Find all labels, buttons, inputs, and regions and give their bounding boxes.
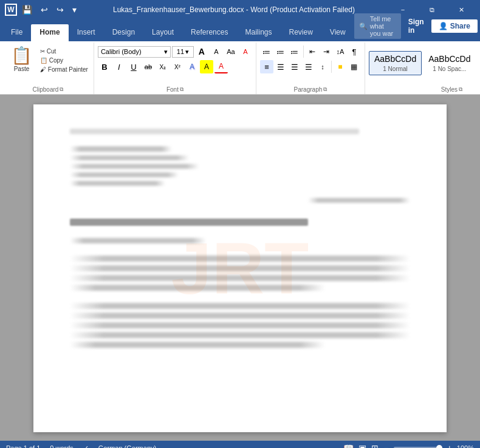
font-controls: Calibri (Body) ▾ 11 ▾ A A Aa A B I U [98, 45, 252, 73]
styles-content: AaBbCcDd 1 Normal AaBbCcDd 1 No Spac... … [369, 45, 480, 85]
grow-font-button[interactable]: A [195, 45, 208, 58]
undo-button[interactable]: ↩ [38, 4, 50, 16]
bold-button[interactable]: B [98, 60, 111, 73]
tab-insert[interactable]: Insert [69, 24, 104, 41]
subscript-button[interactable]: X₂ [156, 60, 170, 73]
sort-button[interactable]: ↕A [334, 45, 347, 58]
font-size-dropdown[interactable]: ▾ [185, 48, 189, 56]
font-name: Calibri (Body) [101, 48, 142, 55]
ribbon-right-controls: 🔍 Tell me what you war Sign in 👤 Share [354, 13, 478, 41]
indent-increase-button[interactable]: ⇥ [320, 45, 333, 58]
font-label: Font ⧉ [98, 85, 252, 93]
paste-button[interactable]: 📋 Paste [6, 45, 37, 75]
date-section [70, 198, 410, 206]
strikethrough-button[interactable]: ab [142, 60, 155, 73]
body-section-1 [70, 256, 410, 291]
superscript-button[interactable]: X² [171, 60, 184, 73]
tab-review[interactable]: Review [280, 24, 321, 41]
body-1-1 [70, 256, 410, 262]
copy-button[interactable]: 📋 Copy [38, 56, 90, 64]
style-normal[interactable]: AaBbCcDd 1 Normal [369, 51, 422, 75]
sender-line-1 [70, 146, 172, 152]
style-heading1[interactable]: AaBbCc Heading 1 [477, 51, 480, 75]
numbering-button[interactable]: ≔ [274, 45, 287, 58]
word-icon: W [5, 4, 17, 16]
style-normal-label: 1 Normal [383, 66, 408, 72]
document-page[interactable]: JRT [33, 104, 447, 432]
clipboard-group: 📋 Paste ✂ Cut 📋 Copy 🖌 Format Painter Cl… [2, 42, 94, 94]
bullets-button[interactable]: ≔ [260, 45, 273, 58]
subject-section [70, 219, 410, 226]
sender-section [70, 146, 410, 186]
paste-label: Paste [14, 66, 30, 72]
zoom-minus-button[interactable]: − [383, 443, 388, 448]
text-effects-button[interactable]: A [185, 60, 199, 73]
show-marks-button[interactable]: ¶ [348, 45, 361, 58]
paragraph-expand-icon[interactable]: ⧉ [323, 86, 327, 93]
paragraph-content: ≔ ≔ ≔ ⇤ ⇥ ↕A ¶ ≡ ☰ ☰ ☰ ↕ ■ ▦ [260, 45, 361, 85]
paste-icon: 📋 [11, 47, 32, 64]
separator2 [331, 61, 332, 73]
shrink-font-button[interactable]: A [210, 45, 223, 58]
shading-button[interactable]: ■ [334, 60, 347, 73]
print-view-button[interactable]: ▣ [358, 443, 366, 448]
font-size-box[interactable]: 11 ▾ [172, 46, 194, 58]
cut-button[interactable]: ✂ Cut [38, 47, 90, 55]
font-name-dropdown[interactable]: ▾ [164, 48, 168, 56]
window-title: Lukas_Frankenhauser_Bewerbung.docx - Wor… [79, 5, 389, 14]
font-color-button[interactable]: A [214, 60, 228, 73]
clear-format-button[interactable]: A [239, 45, 252, 58]
format-painter-button[interactable]: 🖌 Format Painter [38, 66, 90, 73]
justify-button[interactable]: ☰ [302, 60, 315, 73]
style-no-spacing[interactable]: AaBbCcDd 1 No Spac... [423, 51, 476, 75]
web-view-button[interactable]: ⊞ [371, 443, 379, 448]
separator [303, 46, 304, 58]
status-bar: Page 1 of 1 0 words ✓ German (Germany) 📖… [0, 441, 480, 448]
search-box[interactable]: 🔍 Tell me what you war [354, 13, 401, 39]
body-1-2 [70, 265, 410, 271]
body-2-2 [70, 313, 410, 319]
clipboard-label: Clipboard ⧉ [6, 85, 90, 93]
quick-access-dropdown[interactable]: ▾ [70, 4, 79, 16]
tab-references[interactable]: References [182, 24, 236, 41]
line-spacing-button[interactable]: ↕ [316, 60, 329, 73]
ribbon-tabs: File Home Insert Design Layout Reference… [0, 19, 480, 41]
align-left-button[interactable]: ≡ [260, 60, 273, 73]
read-view-button[interactable]: 📖 [343, 443, 354, 448]
indent-decrease-button[interactable]: ⇤ [306, 45, 319, 58]
share-button[interactable]: 👤 Share [431, 19, 478, 33]
highlight-button[interactable]: A [200, 60, 213, 73]
italic-button[interactable]: I [112, 60, 126, 73]
body-2-5 [70, 342, 325, 348]
tab-layout[interactable]: Layout [143, 24, 182, 41]
salutation-line [70, 238, 206, 243]
styles-expand-icon[interactable]: ⧉ [459, 86, 462, 93]
tab-view[interactable]: View [321, 24, 354, 41]
multilevel-button[interactable]: ≔ [288, 45, 301, 58]
font-content: Calibri (Body) ▾ 11 ▾ A A Aa A B I U [98, 45, 252, 85]
zoom-thumb [436, 445, 442, 448]
font-name-box[interactable]: Calibri (Body) ▾ [98, 46, 171, 58]
sender-line-5 [70, 181, 165, 186]
sender-line-3 [70, 164, 199, 169]
sign-in-button[interactable]: Sign in [403, 16, 429, 36]
share-label: Share [450, 22, 470, 30]
tab-file[interactable]: File [2, 24, 31, 41]
borders-button[interactable]: ▦ [348, 60, 361, 73]
font-expand-icon[interactable]: ⧉ [180, 86, 183, 93]
redo-button[interactable]: ↪ [54, 4, 66, 16]
zoom-plus-button[interactable]: + [447, 443, 452, 448]
underline-button[interactable]: U [127, 60, 140, 73]
align-right-button[interactable]: ☰ [288, 60, 301, 73]
tab-home[interactable]: Home [31, 24, 68, 41]
share-icon: 👤 [439, 22, 448, 30]
style-nospace-label: 1 No Spac... [433, 66, 466, 72]
case-button[interactable]: Aa [224, 45, 238, 58]
align-center-button[interactable]: ☰ [274, 60, 287, 73]
clipboard-expand-icon[interactable]: ⧉ [60, 86, 63, 93]
font-size: 11 [177, 48, 184, 55]
tab-mailings[interactable]: Mailings [236, 24, 280, 41]
tab-design[interactable]: Design [104, 24, 143, 41]
save-button[interactable]: 💾 [19, 4, 35, 16]
zoom-level: 100% [457, 444, 474, 448]
